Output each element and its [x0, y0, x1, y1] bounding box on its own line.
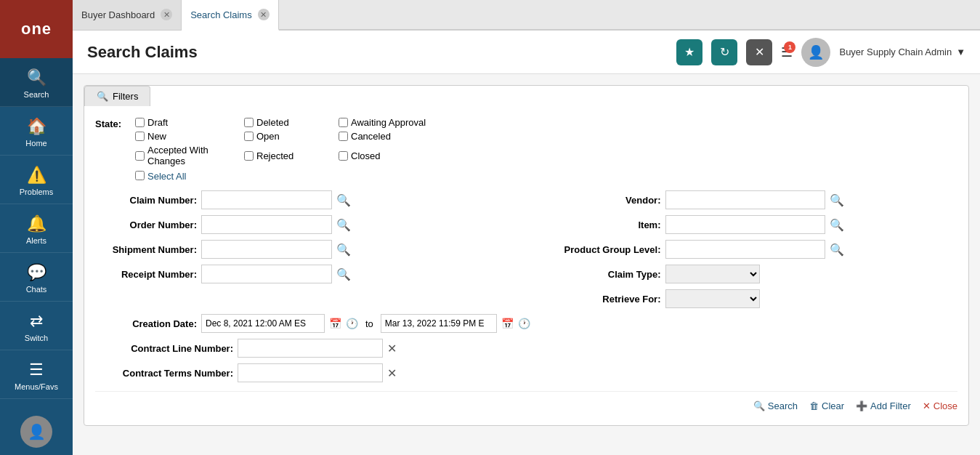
- checkbox-new[interactable]: New: [135, 131, 244, 142]
- checkbox-select-all-input[interactable]: [135, 171, 145, 180]
- sidebar-item-search[interactable]: 🔍 Search: [0, 58, 73, 107]
- user-avatar[interactable]: 👤: [20, 416, 52, 448]
- checkbox-draft-input[interactable]: [135, 118, 145, 127]
- app-logo: one: [0, 0, 73, 58]
- sidebar-item-alerts[interactable]: 🔔 Alerts: [0, 204, 73, 253]
- vendor-label: Vendor:: [538, 195, 661, 206]
- clear-action-icon: 🗑: [809, 400, 819, 411]
- contract-line-number-input[interactable]: [238, 339, 383, 358]
- sidebar-label-switch: Switch: [25, 334, 48, 342]
- tab-label-buyer-dashboard: Buyer Dashboard: [81, 9, 155, 20]
- checkbox-select-all[interactable]: Select All: [135, 169, 244, 182]
- checkbox-deleted-label: Deleted: [256, 117, 289, 128]
- order-number-input[interactable]: [201, 215, 332, 234]
- contract-terms-number-label: Contract Terms Number:: [95, 368, 233, 379]
- contract-terms-number-clear[interactable]: ✕: [387, 366, 397, 380]
- shipment-number-input[interactable]: [201, 240, 332, 259]
- checkbox-rejected[interactable]: Rejected: [244, 145, 339, 166]
- claim-type-select[interactable]: [665, 265, 760, 283]
- header-avatar: 👤: [801, 38, 830, 67]
- calendar-to-icon[interactable]: 📅: [501, 318, 514, 329]
- contract-line-number-label: Contract Line Number:: [95, 343, 233, 354]
- checkbox-accepted-with-changes[interactable]: Accepted With Changes: [135, 145, 244, 166]
- user-dropdown[interactable]: Buyer Supply Chain Admin ▼: [839, 47, 965, 57]
- checkbox-awaiting-approval-input[interactable]: [339, 118, 348, 127]
- filters-body: State: Draft Deleted Awa: [84, 106, 968, 425]
- tab-buyer-dashboard[interactable]: Buyer Dashboard ✕: [73, 0, 182, 30]
- checkbox-open[interactable]: Open: [244, 131, 339, 142]
- add-filter-action-link[interactable]: ➕ Add Filter: [856, 400, 911, 411]
- retrieve-for-label: Retrieve For:: [538, 294, 661, 305]
- claim-number-input[interactable]: [201, 190, 332, 209]
- creation-date-from-display: Dec 8, 2021 12:00 AM ES: [201, 314, 325, 333]
- checkbox-new-input[interactable]: [135, 132, 145, 141]
- sidebar-item-problems[interactable]: ⚠️ Problems: [0, 156, 73, 204]
- retrieve-for-select[interactable]: [665, 289, 760, 308]
- checkbox-open-input[interactable]: [244, 132, 254, 141]
- sidebar-label-menus: Menus/Favs: [15, 382, 58, 391]
- page-title: Search Claims: [87, 43, 198, 62]
- checkbox-rejected-input[interactable]: [244, 151, 254, 161]
- checkbox-rejected-label: Rejected: [256, 150, 293, 161]
- item-label: Item:: [538, 220, 661, 230]
- menu-icon: ☰: [29, 361, 44, 379]
- item-input[interactable]: [665, 215, 825, 234]
- page-header: Search Claims ★ ↻ ✕ ☰ 1 👤 Buyer Supply C…: [73, 31, 980, 74]
- item-row: Item: 🔍: [538, 215, 958, 234]
- sidebar-item-menus[interactable]: ☰ Menus/Favs: [0, 350, 73, 399]
- clock-from-icon[interactable]: 🕐: [346, 318, 358, 329]
- product-group-input[interactable]: [665, 240, 825, 259]
- claim-number-search-btn[interactable]: 🔍: [336, 193, 351, 207]
- vendor-input[interactable]: [665, 190, 825, 209]
- favorite-button[interactable]: ★: [676, 39, 702, 65]
- shipment-number-row: Shipment Number: 🔍: [95, 240, 516, 259]
- tab-search-claims[interactable]: Search Claims ✕: [182, 0, 279, 31]
- sidebar-item-switch[interactable]: ⇄ Switch: [0, 302, 73, 350]
- checkbox-closed[interactable]: Closed: [339, 145, 469, 166]
- add-filter-label: Add Filter: [870, 400, 911, 411]
- checkbox-closed-input[interactable]: [339, 151, 348, 161]
- close-page-button[interactable]: ✕: [746, 39, 772, 65]
- item-search-btn[interactable]: 🔍: [830, 218, 844, 232]
- creation-date-to-display: Mar 13, 2022 11:59 PM E: [381, 314, 497, 333]
- tab-close-buyer-dashboard[interactable]: ✕: [161, 9, 172, 20]
- shipment-number-search-btn[interactable]: 🔍: [336, 243, 351, 257]
- checkbox-canceled-input[interactable]: [339, 132, 348, 141]
- checkbox-deleted-input[interactable]: [244, 118, 254, 127]
- left-fields: Claim Number: 🔍 Order Number: 🔍 Shipment…: [95, 190, 516, 308]
- product-group-search-btn[interactable]: 🔍: [830, 243, 844, 257]
- order-number-row: Order Number: 🔍: [95, 215, 516, 234]
- filter-icon: 🔍: [97, 91, 108, 102]
- tab-close-search-claims[interactable]: ✕: [258, 9, 270, 20]
- checkbox-deleted[interactable]: Deleted: [244, 117, 339, 128]
- calendar-from-icon[interactable]: 📅: [329, 318, 341, 329]
- receipt-number-search-btn[interactable]: 🔍: [336, 267, 351, 281]
- vendor-search-btn[interactable]: 🔍: [830, 193, 844, 207]
- checkbox-awaiting-approval[interactable]: Awaiting Approval: [339, 117, 469, 128]
- checkbox-canceled[interactable]: Canceled: [339, 131, 469, 142]
- tabs-bar: Buyer Dashboard ✕ Search Claims ✕: [73, 0, 980, 31]
- close-action-link[interactable]: ✕ Close: [923, 400, 957, 411]
- clock-to-icon[interactable]: 🕐: [518, 318, 530, 329]
- receipt-number-label: Receipt Number:: [95, 269, 197, 280]
- notification-badge: 1: [784, 41, 795, 53]
- sidebar-item-home[interactable]: 🏠 Home: [0, 107, 73, 156]
- main-content: Buyer Dashboard ✕ Search Claims ✕ Search…: [73, 0, 980, 455]
- checkbox-draft[interactable]: Draft: [135, 117, 244, 128]
- search-action-link[interactable]: 🔍 Search: [753, 400, 798, 411]
- clear-action-link[interactable]: 🗑 Clear: [809, 400, 844, 411]
- sidebar-label-alerts: Alerts: [26, 236, 46, 245]
- contract-terms-number-input[interactable]: [238, 363, 383, 382]
- contract-line-number-clear[interactable]: ✕: [387, 342, 397, 355]
- order-number-search-btn[interactable]: 🔍: [336, 218, 351, 232]
- receipt-number-input[interactable]: [201, 265, 332, 283]
- sidebar-label-home: Home: [25, 139, 46, 148]
- checkbox-accepted-with-changes-input[interactable]: [135, 151, 145, 161]
- filters-tab[interactable]: 🔍 Filters: [84, 86, 150, 106]
- tab-label-search-claims: Search Claims: [190, 9, 252, 20]
- state-label: State:: [95, 117, 128, 129]
- notification-wrapper: ☰ 1: [781, 44, 793, 60]
- refresh-button[interactable]: ↻: [711, 39, 737, 65]
- sidebar-item-chats[interactable]: 💬 Chats: [0, 253, 73, 302]
- select-all-link[interactable]: Select All: [147, 171, 186, 182]
